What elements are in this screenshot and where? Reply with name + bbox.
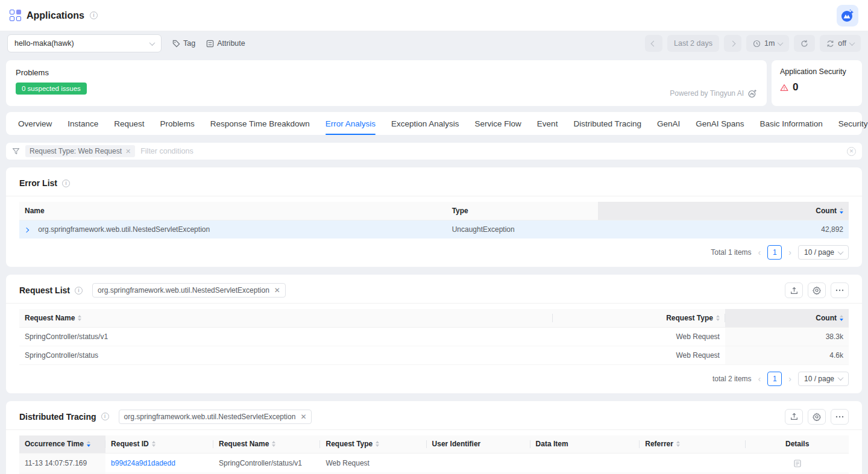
tab-genai-spans[interactable]: GenAI Spans	[696, 112, 744, 135]
pagination-next-icon[interactable]: ›	[787, 248, 793, 257]
tracing-col-data-item[interactable]: Data Item	[530, 435, 640, 454]
error-list-col-count[interactable]: Count	[598, 202, 849, 220]
application-security-title: Application Security	[780, 67, 854, 76]
tracing-col-referrer[interactable]: Referrer	[640, 435, 746, 454]
filter-tag-remove-icon[interactable]: ✕	[125, 148, 131, 155]
pagination-page-1[interactable]: 1	[767, 372, 782, 386]
sort-icon[interactable]	[676, 441, 680, 447]
sort-icon[interactable]	[840, 208, 843, 214]
tag-button[interactable]: Tag	[172, 39, 195, 48]
tracing-col-request-name[interactable]: Request Name	[213, 435, 321, 454]
tracing-col-request-id[interactable]: Request ID	[105, 435, 213, 454]
application-security-count[interactable]: 0	[793, 81, 798, 93]
request-list-filter-tag[interactable]: org.springframework.web.util.NestedServl…	[92, 283, 286, 298]
suspected-issues-badge[interactable]: 0 suspected issues	[16, 83, 87, 95]
sort-icon[interactable]	[78, 315, 81, 321]
request-list-col-count[interactable]: Count	[725, 309, 849, 327]
granularity-select[interactable]: 1m	[746, 35, 789, 52]
request-list-row[interactable]: SpringController/status/v1 Web Request 3…	[19, 327, 849, 346]
tab-problems[interactable]: Problems	[160, 112, 195, 135]
tab-service-flow[interactable]: Service Flow	[475, 112, 521, 135]
tracing-col-details[interactable]: Details	[746, 435, 849, 454]
request-list-filter-tag-remove-icon[interactable]: ✕	[274, 287, 280, 294]
tab-instance[interactable]: Instance	[68, 112, 98, 135]
export-button[interactable]	[785, 282, 803, 298]
tab-overview[interactable]: Overview	[18, 112, 52, 135]
request-list-row[interactable]: SpringController/status Web Request 4.6k	[19, 346, 849, 364]
error-type: UncaughtException	[447, 220, 599, 239]
filter-conditions-input[interactable]	[140, 147, 841, 155]
more-actions-button[interactable]	[831, 282, 849, 298]
error-list-title: Error List	[19, 178, 57, 188]
tracing-col-occurrence-time[interactable]: Occurrence Time	[19, 435, 105, 454]
pagination-prev-icon[interactable]: ‹	[757, 248, 763, 257]
time-next-button[interactable]	[724, 35, 741, 52]
tab-exception-analysis[interactable]: Exception Analysis	[391, 112, 459, 135]
filter-tag-request-type[interactable]: Request Type: Web Request ✕	[25, 145, 135, 157]
ai-assistant-button[interactable]	[837, 5, 858, 27]
error-list-info-icon[interactable]: i	[62, 179, 70, 187]
sort-icon[interactable]	[376, 441, 379, 447]
expand-row-icon[interactable]	[24, 228, 29, 232]
tab-security[interactable]: Security	[838, 112, 868, 135]
brand: Applications i	[10, 10, 98, 21]
error-list-col-name[interactable]: Name	[19, 202, 447, 220]
chevron-down-icon	[149, 40, 156, 46]
pagination-page-size-select[interactable]: 10 / page	[798, 372, 849, 386]
gear-icon	[813, 413, 821, 421]
gear-icon	[813, 286, 821, 295]
user-identifier	[427, 454, 530, 473]
time-prev-button[interactable]	[645, 35, 662, 52]
warning-triangle-icon	[780, 84, 788, 92]
tab-request[interactable]: Request	[114, 112, 144, 135]
column-settings-button[interactable]	[808, 282, 826, 298]
request-id-link[interactable]: b99d24a9d1dadedd	[111, 459, 175, 467]
sort-icon[interactable]	[716, 315, 720, 321]
request-list-col-request-name[interactable]: Request Name	[19, 309, 553, 327]
auto-refresh-select[interactable]: off	[820, 35, 861, 52]
error-list-col-type[interactable]: Type	[447, 202, 599, 220]
pagination-prev-icon[interactable]: ‹	[757, 375, 763, 383]
distributed-tracing-info-icon[interactable]: i	[101, 413, 109, 420]
request-count: 38.3k	[725, 327, 849, 346]
request-list-info-icon[interactable]: i	[75, 287, 83, 295]
refresh-button[interactable]	[794, 35, 815, 52]
request-list-pagination: total 2 items ‹ 1 › 10 / page	[19, 372, 849, 386]
sort-icon[interactable]	[272, 441, 275, 447]
tab-response-time-breakdown[interactable]: Response Time Breakdown	[210, 112, 310, 135]
clear-filters-icon[interactable]: ✕	[847, 147, 856, 156]
tab-distributed-tracing[interactable]: Distributed Tracing	[573, 112, 641, 135]
pagination-next-icon[interactable]: ›	[787, 375, 793, 383]
details-document-icon[interactable]	[794, 460, 801, 467]
error-list-row[interactable]: org.springframework.web.util.NestedServl…	[19, 220, 849, 239]
attribute-button[interactable]: Attribute	[206, 39, 245, 48]
sort-icon[interactable]	[152, 441, 156, 447]
export-button[interactable]	[785, 409, 803, 425]
distributed-tracing-table: Occurrence Time Request ID Request Name	[19, 435, 849, 474]
page-title-info-icon[interactable]: i	[90, 11, 98, 19]
application-select[interactable]: hello-maka(hawk)	[7, 34, 162, 52]
error-name[interactable]: org.springframework.web.util.NestedServl…	[38, 225, 210, 234]
tabs-bar: Overview Instance Request Problems Respo…	[6, 112, 862, 135]
tab-error-analysis[interactable]: Error Analysis	[326, 112, 376, 135]
more-actions-button[interactable]	[831, 409, 849, 425]
column-settings-button[interactable]	[808, 409, 826, 425]
refresh-icon	[800, 40, 808, 48]
distributed-tracing-filter-tag[interactable]: org.springframework.web.util.NestedServl…	[119, 410, 312, 424]
tab-event[interactable]: Event	[537, 112, 558, 135]
pagination-page-1[interactable]: 1	[767, 245, 782, 260]
sort-icon[interactable]	[87, 441, 90, 447]
tracing-col-user-identifier[interactable]: User Identifier	[427, 435, 530, 454]
time-range-button[interactable]: Last 2 days	[667, 35, 719, 52]
tab-genai[interactable]: GenAI	[657, 112, 680, 135]
time-controls: Last 2 days 1m off	[645, 35, 861, 52]
request-name: SpringController/status/v1	[213, 454, 321, 473]
tab-basic-information[interactable]: Basic Information	[760, 112, 823, 135]
auto-refresh-icon	[826, 40, 834, 48]
distributed-tracing-filter-tag-remove-icon[interactable]: ✕	[300, 413, 306, 420]
pagination-page-size-select[interactable]: 10 / page	[798, 245, 849, 260]
tracing-row[interactable]: 11-13 14:07:57.169 b99d24a9d1dadedd Spri…	[19, 454, 849, 473]
request-list-col-request-type[interactable]: Request Type	[553, 309, 725, 327]
sort-icon[interactable]	[840, 315, 843, 321]
tracing-col-request-type[interactable]: Request Type	[320, 435, 426, 454]
